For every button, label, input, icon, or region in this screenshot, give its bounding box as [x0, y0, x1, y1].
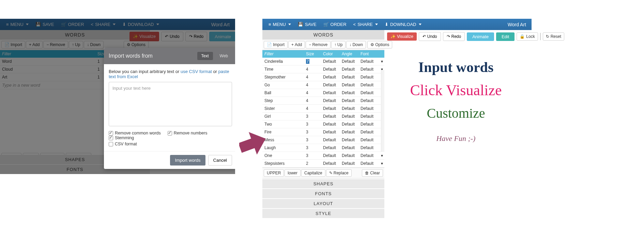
- remove-common-checkbox[interactable]: Remove common words: [109, 131, 161, 135]
- font-cell[interactable]: Default: [358, 128, 379, 136]
- size-cell[interactable]: 4: [304, 73, 321, 81]
- scrollbar[interactable]: [381, 70, 384, 152]
- color-cell[interactable]: Default: [321, 97, 340, 104]
- word-cell[interactable]: Time: [262, 66, 304, 73]
- chevron-down-icon[interactable]: ▾: [379, 58, 384, 65]
- style-section[interactable]: STYLE: [262, 209, 384, 218]
- font-cell[interactable]: Default: [358, 73, 379, 81]
- word-cell[interactable]: One: [262, 152, 304, 159]
- clear-button[interactable]: 🗑 Clear: [362, 169, 383, 177]
- font-cell[interactable]: Default: [358, 113, 379, 120]
- angle-cell[interactable]: Default: [340, 97, 358, 104]
- table-row[interactable]: Go4DefaultDefaultDefault▾: [262, 81, 384, 89]
- chevron-down-icon[interactable]: ▾: [379, 160, 384, 167]
- size-cell[interactable]: 3: [304, 136, 321, 144]
- color-cell[interactable]: Default: [321, 128, 340, 136]
- word-cell[interactable]: Sister: [262, 105, 304, 112]
- color-cell[interactable]: Default: [321, 160, 340, 167]
- undo-button[interactable]: ↶ Undo: [161, 32, 183, 41]
- animate-button[interactable]: Animate: [467, 32, 494, 41]
- color-cell[interactable]: Default: [321, 120, 340, 128]
- table-row[interactable]: Cinderella7DefaultDefaultDefault▾: [262, 58, 384, 66]
- font-cell[interactable]: Default: [358, 144, 379, 152]
- import-words-button[interactable]: Import words: [170, 155, 205, 166]
- angle-cell[interactable]: Default: [340, 66, 358, 73]
- undo-button[interactable]: ↶ Undo: [419, 32, 441, 41]
- word-cell[interactable]: Girl: [262, 113, 304, 120]
- redo-button[interactable]: ↷ Redo: [443, 32, 465, 41]
- font-cell[interactable]: Default: [358, 97, 379, 104]
- shapes-section[interactable]: SHAPES: [262, 179, 384, 188]
- reset-button[interactable]: ↻ Reset: [543, 32, 564, 41]
- share-button[interactable]: < SHARE: [350, 19, 381, 30]
- word-cell[interactable]: Mess: [262, 136, 304, 144]
- size-cell[interactable]: 3: [304, 152, 321, 159]
- color-cell[interactable]: Default: [321, 152, 340, 159]
- angle-cell[interactable]: Default: [340, 58, 358, 65]
- lower-button[interactable]: lower: [285, 169, 301, 177]
- color-cell[interactable]: Default: [321, 113, 340, 120]
- color-cell[interactable]: Default: [321, 89, 340, 97]
- animate-button[interactable]: Animate: [209, 32, 235, 41]
- tab-text[interactable]: Text: [197, 52, 213, 60]
- color-cell[interactable]: Default: [321, 81, 340, 89]
- word-cell[interactable]: Fire: [262, 128, 304, 136]
- size-cell[interactable]: 3: [304, 113, 321, 120]
- up-button[interactable]: ↑ Up: [69, 41, 83, 48]
- size-cell[interactable]: 4: [304, 66, 321, 73]
- remove-button[interactable]: − Remove: [306, 41, 331, 48]
- size-cell[interactable]: 4: [304, 105, 321, 112]
- angle-cell[interactable]: Default: [340, 105, 358, 112]
- table-row[interactable]: Fire3DefaultDefaultDefault▾: [262, 128, 384, 136]
- lock-toggle[interactable]: 🔒Lock: [517, 32, 538, 41]
- table-row[interactable]: Step4DefaultDefaultDefault▾: [262, 97, 384, 105]
- up-button[interactable]: ↑ Up: [331, 41, 346, 48]
- table-row[interactable]: Sister4DefaultDefaultDefault▾: [262, 105, 384, 113]
- font-cell[interactable]: Default: [358, 105, 379, 112]
- table-row[interactable]: Laugh3DefaultDefaultDefault▾: [262, 144, 384, 152]
- stemming-checkbox[interactable]: Stemming: [109, 135, 134, 140]
- options-button[interactable]: ⚙ Options: [124, 41, 149, 48]
- size-cell[interactable]: 3: [304, 144, 321, 152]
- upper-button[interactable]: UPPER: [264, 169, 284, 177]
- fonts-section[interactable]: FONTS: [262, 189, 384, 198]
- angle-cell[interactable]: Default: [340, 81, 358, 89]
- csv-format-checkbox[interactable]: CSV format: [109, 142, 232, 146]
- layout-section[interactable]: LAYOUT: [262, 199, 384, 208]
- table-row[interactable]: Stepsisters2DefaultDefaultDefault▾: [262, 160, 384, 168]
- word-cell[interactable]: Word: [0, 58, 95, 65]
- table-row[interactable]: Two3DefaultDefaultDefault▾: [262, 120, 384, 128]
- tab-web[interactable]: Web: [216, 52, 232, 60]
- download-button[interactable]: ⬇ DOWNLOAD: [381, 19, 425, 30]
- angle-cell[interactable]: Default: [340, 89, 358, 97]
- angle-cell[interactable]: Default: [340, 73, 358, 81]
- table-row[interactable]: One3DefaultDefaultDefault▾: [262, 152, 384, 160]
- visualize-button[interactable]: ✨ Visualize: [387, 32, 417, 41]
- save-button[interactable]: 💾 SAVE: [294, 19, 320, 30]
- word-cell[interactable]: Two: [262, 120, 304, 128]
- angle-cell[interactable]: Default: [340, 152, 358, 159]
- order-button[interactable]: 🛒 ORDER: [320, 19, 350, 30]
- word-cell[interactable]: Art: [0, 73, 95, 81]
- word-cell[interactable]: Ball: [262, 89, 304, 97]
- angle-cell[interactable]: Default: [340, 136, 358, 144]
- edit-button[interactable]: Edit: [496, 32, 515, 41]
- font-cell[interactable]: Default: [358, 160, 379, 167]
- color-swatch[interactable]: [540, 33, 541, 40]
- table-row[interactable]: Time4DefaultDefaultDefault▾: [262, 66, 384, 73]
- capitalize-button[interactable]: Capitalize: [301, 169, 325, 177]
- filter-input[interactable]: Filter: [0, 50, 95, 58]
- import-textarea[interactable]: [109, 82, 232, 126]
- angle-cell[interactable]: Default: [340, 113, 358, 120]
- cancel-button[interactable]: Cancel: [208, 155, 232, 166]
- save-button[interactable]: 💾 SAVE: [32, 19, 58, 30]
- color-cell[interactable]: Default: [321, 144, 340, 152]
- size-cell[interactable]: 3: [304, 128, 321, 136]
- font-cell[interactable]: Default: [358, 136, 379, 144]
- replace-button[interactable]: ✎ Replace: [326, 169, 352, 177]
- size-cell[interactable]: 4: [304, 89, 321, 97]
- word-cell[interactable]: Cloud: [0, 66, 95, 73]
- visualize-button[interactable]: ✨ Visualize: [129, 32, 159, 41]
- font-cell[interactable]: Default: [358, 89, 379, 97]
- size-cell[interactable]: 4: [304, 81, 321, 89]
